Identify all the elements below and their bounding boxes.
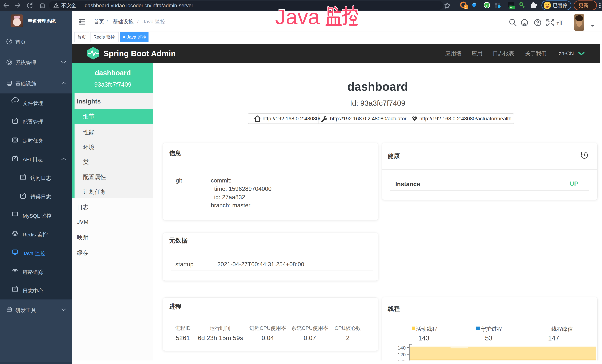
svg-text:zh-CN: zh-CN — [559, 50, 574, 56]
svg-text:http://192.168.0.2:48080/: http://192.168.0.2:48080/ — [263, 116, 320, 121]
svg-text:/: / — [137, 19, 139, 24]
svg-text:应用: 应用 — [472, 50, 483, 56]
svg-text:日志报表: 日志报表 — [493, 50, 514, 56]
svg-text:应用墙: 应用墙 — [445, 50, 462, 56]
svg-text:Java 监控: Java 监控 — [143, 19, 165, 24]
svg-text:Java: Java — [275, 5, 320, 29]
svg-text:/: / — [107, 19, 108, 24]
svg-text:1: 1 — [465, 6, 467, 9]
svg-text:T: T — [557, 21, 559, 26]
svg-text:已暂停: 已暂停 — [553, 3, 567, 8]
svg-text:关于我们: 关于我们 — [525, 50, 547, 56]
svg-text:T: T — [559, 19, 563, 26]
svg-text:更新: 更新 — [579, 3, 589, 8]
svg-text:不安全: 不安全 — [61, 3, 76, 8]
svg-text:Spring Boot Admin: Spring Boot Admin — [103, 49, 176, 58]
svg-text:on: on — [510, 6, 513, 9]
svg-text:dashboard.yudao.iocoder.cn/inf: dashboard.yudao.iocoder.cn/infra/admin-s… — [85, 3, 193, 8]
svg-text:http://192.168.0.2:48080/actua: http://192.168.0.2:48080/actuator — [330, 116, 407, 121]
svg-text:首页: 首页 — [94, 19, 104, 24]
svg-text:基础设施: 基础设施 — [113, 19, 133, 24]
svg-text:http://192.168.0.2:48080/actua: http://192.168.0.2:48080/actuator/health — [419, 116, 512, 121]
svg-text:y: y — [486, 3, 488, 7]
